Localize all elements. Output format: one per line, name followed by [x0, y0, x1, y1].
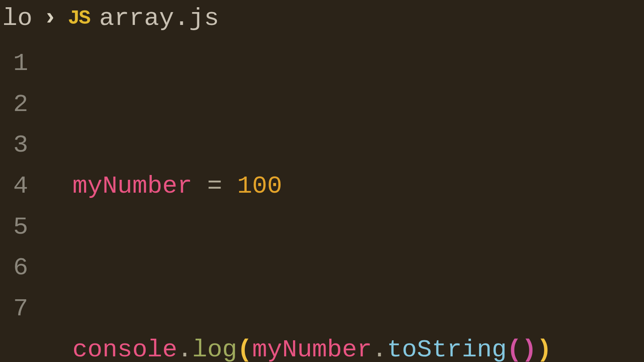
- breadcrumb[interactable]: lo › JS array.js: [0, 0, 644, 33]
- code-content[interactable]: myNumber = 100 console.log(myNumber.toSt…: [28, 43, 552, 362]
- code-line[interactable]: console.log(myNumber.toString()): [72, 329, 552, 362]
- breadcrumb-file[interactable]: JS array.js: [68, 4, 219, 33]
- line-number: 1: [0, 43, 28, 84]
- token-identifier: myNumber: [252, 335, 372, 362]
- token-method: toString: [387, 335, 507, 362]
- token-identifier: console: [72, 335, 177, 362]
- token-punct: .: [372, 335, 387, 362]
- breadcrumb-folder[interactable]: lo: [2, 4, 32, 33]
- token-paren: (: [237, 335, 252, 362]
- code-area[interactable]: 1 2 3 4 5 6 7 myNumber = 100 console.log…: [0, 33, 644, 362]
- line-number: 7: [0, 288, 28, 329]
- code-line[interactable]: myNumber = 100: [72, 166, 552, 207]
- line-number: 6: [0, 247, 28, 288]
- line-number: 4: [0, 166, 28, 207]
- token-paren: (: [507, 335, 522, 362]
- token-paren: ): [537, 335, 551, 362]
- breadcrumb-file-name: array.js: [99, 4, 219, 33]
- code-editor: lo › JS array.js 1 2 3 4 5 6 7 myNumber …: [0, 0, 644, 362]
- line-number: 3: [0, 125, 28, 166]
- token-paren: ): [522, 335, 537, 362]
- javascript-file-icon: JS: [68, 7, 89, 30]
- chevron-right-icon: ›: [43, 4, 57, 31]
- token-number: 100: [237, 172, 282, 200]
- token-identifier: myNumber: [72, 172, 192, 200]
- line-number: 5: [0, 207, 28, 248]
- token-punct: .: [177, 335, 192, 362]
- token-method: log: [192, 335, 237, 362]
- token-operator: =: [192, 172, 237, 200]
- line-number: 2: [0, 84, 28, 125]
- line-number-gutter: 1 2 3 4 5 6 7: [0, 43, 28, 362]
